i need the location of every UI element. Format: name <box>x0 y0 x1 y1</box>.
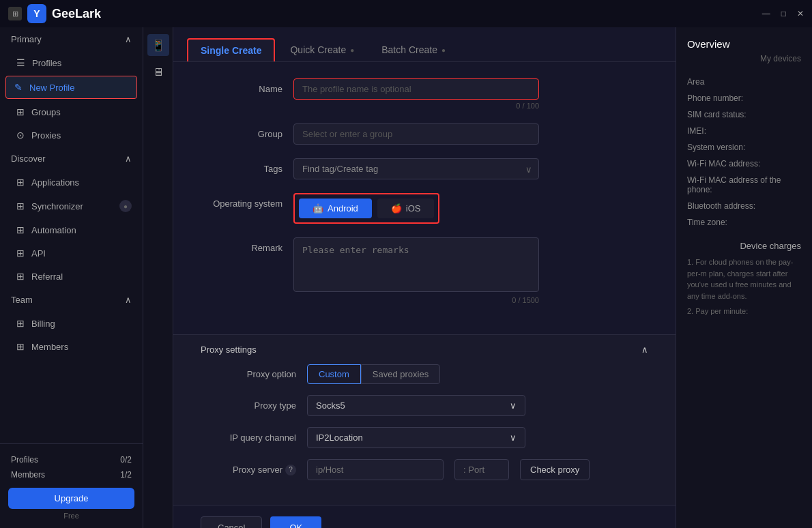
api-icon: ⊞ <box>16 248 25 259</box>
proxy-chevron-up-icon: ∧ <box>641 344 648 355</box>
proxy-type-select-wrapper: Socks5 ∨ <box>307 395 525 416</box>
profiles-stat-value: 0/2 <box>120 455 132 465</box>
ip-channel-chevron-icon: ∨ <box>510 432 517 443</box>
os-control: 🤖 Android 🍎 iOS <box>293 193 539 224</box>
system-version-label: System version: <box>687 143 801 152</box>
tab-icon: ● <box>441 46 446 54</box>
tags-select-wrapper: Find tag/Create tag ∨ <box>293 158 539 179</box>
tags-select[interactable]: Find tag/Create tag <box>293 158 539 179</box>
wifi-mac-field: Wi-Fi MAC address: <box>687 159 801 168</box>
sidebar-item-label: Referral <box>31 272 63 282</box>
bluetooth-label: Bluetooth address: <box>687 201 801 211</box>
tab-batch-create[interactable]: Batch Create ● <box>369 39 458 61</box>
sidebar-item-label: Members <box>31 342 68 352</box>
android-icon: 🤖 <box>313 203 323 214</box>
proxy-type-select[interactable]: Socks5 ∨ <box>307 395 525 416</box>
sidebar-item-api[interactable]: ⊞ API <box>0 241 143 265</box>
icon-strip: 📱 🖥 <box>143 27 173 528</box>
right-panel: Overview My devices Area Phone number: S… <box>676 27 812 528</box>
proxy-port-input[interactable] <box>454 459 509 480</box>
sidebar-item-automation[interactable]: ⊞ Automation <box>0 218 143 241</box>
ip-channel-value: IP2Location <box>316 432 363 443</box>
sidebar-bottom: Profiles 0/2 Members 1/2 Upgrade Free <box>0 443 143 528</box>
sidebar-discover-header[interactable]: Discover ∧ <box>0 147 143 171</box>
sidebar-item-billing[interactable]: ⊞ Billing <box>0 312 143 335</box>
proxy-server-label: Proxy server ? <box>201 465 296 475</box>
my-devices-label: My devices <box>687 54 801 63</box>
ok-button[interactable]: OK <box>270 516 321 528</box>
proxy-type-value: Socks5 <box>316 400 345 411</box>
ip-channel-select[interactable]: IP2Location ∨ <box>307 427 525 448</box>
sidebar-item-groups[interactable]: ⊞ Groups <box>0 100 143 123</box>
members-icon: ⊞ <box>16 341 25 352</box>
plan-label: Free <box>8 512 134 520</box>
ip-channel-select-wrapper: IP2Location ∨ <box>307 427 525 448</box>
ios-label: iOS <box>406 203 421 214</box>
tags-label: Tags <box>201 158 282 174</box>
sidebar-item-new-profile[interactable]: ✎ New Profile <box>5 76 137 99</box>
os-label: Operating system <box>201 193 282 209</box>
device-charges-text: 1. For cloud phones on the pay-per-m pla… <box>687 256 801 302</box>
area-field: Area <box>687 77 801 87</box>
proxy-info-icon[interactable]: ? <box>285 465 296 475</box>
tab-quick-create[interactable]: Quick Create ● <box>278 39 366 61</box>
proxy-section-label: Proxy settings <box>201 344 257 355</box>
sidebar-team-header[interactable]: Team ∧ <box>0 288 143 312</box>
sidebar-item-label: Synchronizer <box>31 201 83 211</box>
sidebar-item-label: Groups <box>31 107 61 117</box>
sidebar-item-applications[interactable]: ⊞ Applications <box>0 171 143 194</box>
ip-channel-label: IP query channel <box>201 432 296 443</box>
cancel-button[interactable]: Cancel <box>201 516 262 528</box>
tabs-bar: Single Create Quick Create ● Batch Creat… <box>173 27 676 62</box>
wifi-mac-phone-label: Wi-Fi MAC address of the phone: <box>687 175 801 194</box>
maximize-button[interactable]: □ <box>781 9 786 18</box>
primary-label: Primary <box>11 34 42 44</box>
tab-label: Batch Create <box>381 44 437 55</box>
tab-single-create[interactable]: Single Create <box>187 38 275 61</box>
referral-icon: ⊞ <box>16 271 25 282</box>
remark-textarea[interactable] <box>293 237 539 292</box>
close-button[interactable]: ✕ <box>797 9 804 18</box>
ios-button[interactable]: 🍎 iOS <box>377 199 435 218</box>
custom-proxy-button[interactable]: Custom <box>307 364 361 384</box>
sidebar-item-members[interactable]: ⊞ Members <box>0 335 143 358</box>
upgrade-button[interactable]: Upgrade <box>8 488 134 509</box>
group-control <box>293 123 539 145</box>
main-layout: Primary ∧ ☰ Profiles ✎ New Profile ⊞ Gro… <box>0 27 812 528</box>
android-button[interactable]: 🤖 Android <box>299 199 372 218</box>
check-proxy-button[interactable]: Check proxy <box>520 459 590 480</box>
mobile-view-button[interactable]: 📱 <box>147 34 169 56</box>
remark-row: Remark 0 / 1500 <box>201 237 648 304</box>
remark-control: 0 / 1500 <box>293 237 539 304</box>
sim-status-label: SIM card status: <box>687 110 801 119</box>
members-stat: Members 1/2 <box>8 467 134 482</box>
sidebar-item-proxies[interactable]: ⊙ Proxies <box>0 123 143 147</box>
tags-row: Tags Find tag/Create tag ∨ <box>201 158 648 179</box>
sidebar-item-synchronizer[interactable]: ⊞ Synchronizer ● <box>0 194 143 218</box>
group-row: Group <box>201 123 648 145</box>
content-area: 📱 🖥 Single Create Quick Create ● Batch C… <box>143 27 812 528</box>
saved-proxies-button[interactable]: Saved proxies <box>361 364 440 384</box>
tags-placeholder: Find tag/Create tag <box>302 164 378 174</box>
proxy-section: Proxy settings ∧ Proxy option Custom Sav… <box>173 334 676 505</box>
name-input[interactable] <box>293 78 539 100</box>
group-input[interactable] <box>293 123 539 145</box>
timezone-label: Time zone: <box>687 218 801 227</box>
new-profile-icon: ✎ <box>14 82 23 93</box>
bottom-bar: Cancel OK <box>173 505 676 528</box>
minimize-button[interactable]: — <box>762 9 770 18</box>
wifi-mac-phone-field: Wi-Fi MAC address of the phone: <box>687 175 801 194</box>
name-counter: 0 / 100 <box>293 102 539 110</box>
proxy-section-header[interactable]: Proxy settings ∧ <box>201 335 648 364</box>
group-label: Group <box>201 123 282 139</box>
proxy-option-buttons: Custom Saved proxies <box>307 364 440 384</box>
titlebar: ⊞ Y GeeLark — □ ✕ <box>0 0 812 27</box>
sidebar-item-referral[interactable]: ⊞ Referral <box>0 265 143 288</box>
device-charges-section: Device charges 1. For cloud phones on th… <box>687 241 801 317</box>
desktop-view-button[interactable]: 🖥 <box>147 61 169 83</box>
window-icon[interactable]: ⊞ <box>8 7 22 20</box>
proxy-host-input[interactable] <box>307 459 444 480</box>
sidebar-primary-header[interactable]: Primary ∧ <box>0 27 143 51</box>
os-button-group: 🤖 Android 🍎 iOS <box>293 193 439 224</box>
sidebar-item-profiles[interactable]: ☰ Profiles <box>0 51 143 74</box>
